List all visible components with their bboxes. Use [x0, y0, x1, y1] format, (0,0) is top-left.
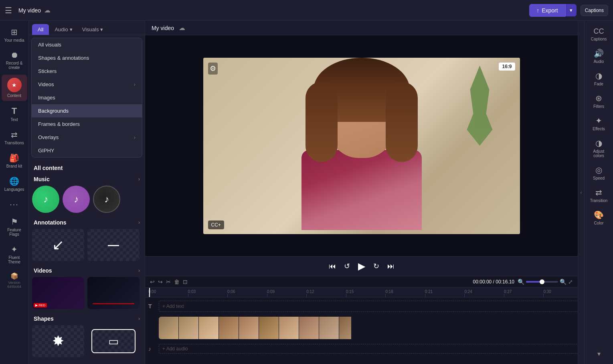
section-videos-title: Videos: [34, 267, 52, 274]
your-media-label: Your media: [4, 38, 24, 42]
dropdown-item-backgrounds[interactable]: Backgrounds: [32, 104, 142, 117]
expand-icon[interactable]: ⤢: [568, 279, 573, 285]
shape-thumb-1[interactable]: ✸: [32, 325, 84, 357]
menu-icon[interactable]: ☰: [5, 6, 12, 15]
feature-flags-icon: ⚑: [11, 217, 18, 226]
music-item-3[interactable]: ♪: [93, 186, 120, 213]
music-item-2[interactable]: ♪: [63, 186, 90, 213]
transition-icon: ⇄: [595, 188, 602, 197]
right-item-transition[interactable]: ⇄ Transition: [586, 184, 612, 206]
sidebar-item-languages[interactable]: 🌐 Languages: [2, 173, 27, 195]
text-track-label-icon: T: [148, 303, 156, 309]
duplicate-button[interactable]: ⊡: [183, 279, 188, 285]
right-item-adjust-colors[interactable]: ◑ Adjust colors: [586, 135, 612, 161]
video-thumb-1[interactable]: ▶ RED: [32, 277, 84, 309]
skip-end-button[interactable]: ⏭: [387, 262, 395, 271]
sidebar-item-more[interactable]: ···: [2, 196, 27, 212]
dropdown-item-images[interactable]: Images: [32, 91, 142, 104]
section-shapes: Shapes › ✸ ▭: [32, 314, 142, 362]
undo-button[interactable]: ↩: [150, 279, 155, 285]
section-videos-more[interactable]: ›: [138, 268, 140, 273]
audio-right-label: Audio: [594, 59, 604, 64]
filters-icon: ⊛: [595, 93, 602, 103]
forward-button[interactable]: ↻: [373, 262, 379, 271]
audio-track[interactable]: + Add audio: [159, 344, 578, 354]
player-cloud-icon[interactable]: ☁: [179, 24, 185, 32]
dropdown-item-stickers[interactable]: Stickers: [32, 65, 142, 78]
tab-all[interactable]: All: [32, 24, 49, 35]
cloud-icon[interactable]: ☁: [44, 6, 51, 14]
sidebar-item-text[interactable]: T Text: [2, 103, 27, 125]
speed-label: Speed: [593, 176, 605, 180]
shape-thumb-2[interactable]: ▭: [91, 329, 136, 353]
ruler-tick-24: 0:24: [464, 289, 504, 297]
more-icon: ···: [10, 200, 19, 209]
sidebar-item-feature-flags[interactable]: ⚑ Feature Flags: [2, 214, 27, 240]
rewind-button[interactable]: ↺: [344, 262, 350, 271]
section-videos: Videos › ▶ RED: [32, 266, 142, 314]
version-icon: 📦: [10, 272, 18, 280]
zoom-out-icon[interactable]: 🔍: [518, 279, 524, 285]
main-layout: ⊞ Your media ⏺ Record & create ★ Content…: [0, 21, 613, 364]
right-item-audio[interactable]: 🔊 Audio: [586, 45, 612, 67]
captions-button[interactable]: Captions: [581, 5, 608, 16]
video-thumb-2[interactable]: [87, 277, 140, 309]
right-item-speed[interactable]: ◎ Speed: [586, 162, 612, 184]
cc-overlay-button[interactable]: CC+: [208, 220, 224, 229]
section-shapes-more[interactable]: ›: [138, 316, 140, 322]
annotation-thumb-1[interactable]: ↙: [32, 229, 84, 261]
dropdown-item-all-visuals[interactable]: All visuals: [32, 38, 142, 51]
transitions-icon: ⇄: [11, 130, 18, 140]
delete-button[interactable]: 🗑: [174, 279, 180, 285]
dropdown-item-overlays[interactable]: Overlays ›: [32, 131, 142, 144]
sidebar-item-record-create[interactable]: ⏺ Record & create: [2, 47, 27, 73]
zoom-slider-thumb[interactable]: [540, 279, 544, 284]
redo-button[interactable]: ↪: [158, 279, 163, 285]
export-button[interactable]: ↑ Export: [529, 4, 565, 17]
brand-kit-icon: 🎒: [9, 153, 19, 163]
zoom-controls: 🔍 🔍 ⤢: [518, 279, 573, 285]
video-frame[interactable]: ⚙ 16:9 CC+: [203, 58, 520, 234]
annotation-thumb-2[interactable]: —: [87, 229, 140, 261]
dropdown-item-videos[interactable]: Videos ›: [32, 78, 142, 91]
videos-grid: ▶ RED: [32, 277, 142, 314]
right-panel: CC Captions 🔊 Audio ◑ Fade ⊛ Filters ✦ E…: [584, 21, 613, 364]
video-track[interactable]: [159, 317, 367, 339]
sidebar-item-content[interactable]: ★ Content: [2, 75, 27, 101]
right-panel-expand[interactable]: ▾: [596, 347, 602, 361]
right-item-fade[interactable]: ◑ Fade: [586, 68, 612, 89]
zoom-in-icon[interactable]: 🔍: [560, 279, 566, 285]
section-music-more[interactable]: ›: [138, 176, 140, 182]
export-dropdown-button[interactable]: ▾: [565, 4, 577, 16]
play-button[interactable]: ▶: [358, 261, 365, 272]
sidebar-item-fluent-theme[interactable]: ✦ Fluent Theme: [2, 241, 27, 267]
sidebar-item-transitions[interactable]: ⇄ Transitions: [2, 127, 27, 148]
tab-visuals[interactable]: Visuals ▾: [78, 24, 107, 35]
dropdown-item-shapes-annotations[interactable]: Shapes & annotations: [32, 51, 142, 65]
export-button-group[interactable]: ↑ Export ▾: [529, 4, 576, 17]
record-create-label: Record & create: [3, 61, 26, 70]
right-item-effects[interactable]: ✦ Effects: [586, 113, 612, 134]
annotations-grid: ↙ —: [32, 229, 142, 266]
cut-button[interactable]: ✂: [166, 279, 171, 285]
text-track-row: T + Add text: [148, 299, 578, 313]
dropdown-item-frames-borders[interactable]: Frames & borders: [32, 117, 142, 131]
panel-tabs: All Audio ▾ Visuals ▾: [29, 21, 145, 35]
panel-collapse-button[interactable]: ‹: [578, 21, 584, 364]
sidebar-item-your-media[interactable]: ⊞ Your media: [2, 24, 27, 46]
video-settings-icon[interactable]: ⚙: [208, 63, 218, 75]
right-item-color[interactable]: 🎨 Color: [586, 207, 612, 229]
dropdown-item-giphy[interactable]: GIPHY: [32, 144, 142, 157]
sidebar-item-brand-kit[interactable]: 🎒 Brand kit: [2, 150, 27, 172]
section-music-header: Music ›: [32, 174, 142, 186]
brand-kit-label: Brand kit: [6, 164, 22, 168]
adjust-colors-label: Adjust colors: [588, 149, 610, 158]
section-annotations-title: Annotations: [34, 219, 67, 226]
right-item-filters[interactable]: ⊛ Filters: [586, 90, 612, 112]
right-item-captions[interactable]: CC Captions: [586, 24, 612, 44]
skip-start-button[interactable]: ⏮: [329, 262, 336, 271]
section-annotations-more[interactable]: ›: [138, 220, 140, 225]
music-item-1[interactable]: ♪: [32, 186, 59, 213]
text-track[interactable]: + Add text: [159, 301, 578, 312]
tab-audio[interactable]: Audio ▾: [51, 24, 76, 35]
